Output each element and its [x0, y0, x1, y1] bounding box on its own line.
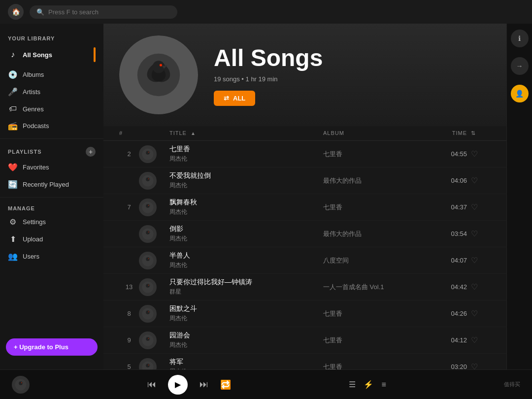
track-album: 最伟大的作品: [323, 176, 432, 185]
playlists-title: PLAYLISTS: [8, 149, 42, 155]
sidebar-item-upload[interactable]: ⬆ Upload: [0, 231, 103, 248]
logout-panel-button[interactable]: →: [511, 57, 529, 75]
track-album: 七里香: [323, 309, 432, 318]
sidebar-label-upload: Upload: [23, 235, 43, 243]
track-info: 园游会 周杰伦: [164, 331, 323, 349]
track-time: 04:07: [432, 257, 471, 264]
svg-point-5: [146, 151, 150, 155]
sidebar-item-genres[interactable]: 🏷 Genres: [0, 100, 103, 117]
sidebar-label-genres: Genres: [23, 105, 44, 113]
track-number: 5: [119, 363, 139, 369]
track-heart-button[interactable]: ♡: [471, 309, 491, 318]
artists-icon: 🎤: [8, 87, 18, 97]
sidebar-item-albums[interactable]: 💿 Albums: [0, 66, 103, 83]
svg-point-9: [148, 178, 149, 179]
album-header: All Songs 19 songs • 1 hr 19 min ⇄ ALL: [103, 24, 506, 126]
track-bird-icon: [142, 228, 154, 240]
track-number: 9: [119, 336, 139, 344]
track-info: 将军 周杰伦: [164, 358, 323, 369]
player-logo-area: [12, 376, 30, 394]
repeat-button[interactable]: 🔁: [220, 379, 231, 390]
track-info: 只要你过得比我好—钟镇涛 群星: [164, 278, 323, 296]
heart-icon: ❤️: [8, 163, 18, 172]
col-title[interactable]: TITLE ▲: [164, 130, 323, 136]
sidebar-label-all-songs: All Songs: [23, 51, 52, 59]
table-row[interactable]: 9 园游会 周杰伦 七里香 04:12 ♡: [103, 327, 506, 354]
track-heart-button[interactable]: ♡: [471, 256, 491, 265]
album-title: All Songs: [214, 44, 323, 71]
track-heart-button[interactable]: ♡: [471, 362, 491, 369]
svg-point-18: [148, 258, 149, 259]
track-artist: 群星: [169, 288, 323, 296]
table-row[interactable]: 7 飘舞春秋 周杰伦 七里香 04:37 ♡: [103, 194, 506, 221]
track-thumbnail: [139, 145, 157, 163]
user-panel-button[interactable]: 👤: [511, 85, 529, 102]
col-album: ALBUM: [323, 130, 432, 136]
track-time: 04:26: [432, 310, 471, 317]
track-heart-button[interactable]: ♡: [471, 229, 491, 238]
track-bird-icon: [142, 175, 154, 187]
svg-point-11: [146, 204, 150, 208]
svg-point-23: [146, 310, 150, 314]
search-input[interactable]: [48, 8, 170, 16]
player-bird-icon: [15, 379, 27, 391]
sidebar-item-favorites[interactable]: ❤️ Favorites: [0, 159, 103, 176]
track-time: 04:12: [432, 336, 471, 344]
equalizer-button[interactable]: ≡: [381, 380, 386, 389]
svg-point-21: [148, 285, 149, 285]
sidebar-item-artists[interactable]: 🎤 Artists: [0, 83, 103, 100]
play-pause-button[interactable]: ▶: [168, 375, 188, 395]
sidebar-item-all-songs[interactable]: ♪ All Songs: [0, 43, 103, 66]
table-row[interactable]: 5 将军 周杰伦 七里香 03:20 ♡: [103, 354, 506, 369]
svg-point-30: [148, 365, 149, 365]
track-heart-button[interactable]: ♡: [471, 149, 491, 159]
track-heart-button[interactable]: ♡: [471, 335, 491, 345]
track-name: 困默之斗: [169, 304, 323, 313]
track-heart-button[interactable]: ♡: [471, 202, 491, 212]
play-all-button[interactable]: ⇄ ALL: [214, 91, 255, 106]
track-bird-icon: [142, 201, 154, 213]
col-actions[interactable]: ⇅: [471, 130, 491, 136]
svg-point-3: [160, 65, 162, 66]
queue-button[interactable]: ☰: [349, 380, 356, 389]
branding-area: 值得买: [504, 381, 520, 388]
lightning-button[interactable]: ⚡: [364, 380, 373, 389]
track-info: 七里香 周杰伦: [164, 145, 323, 163]
sidebar-item-users[interactable]: 👥 Users: [0, 248, 103, 265]
svg-point-15: [148, 232, 149, 232]
table-row[interactable]: 13 只要你过得比我好—钟镇涛 群星 一人一首成名曲 Vol.1 04:42 ♡: [103, 274, 506, 300]
add-playlist-button[interactable]: +: [86, 147, 96, 157]
svg-point-6: [148, 152, 149, 152]
table-row[interactable]: 半兽人 周杰伦 八度空间 04:07 ♡: [103, 247, 506, 274]
table-row[interactable]: 8 困默之斗 周杰伦 七里香 04:26 ♡: [103, 300, 506, 327]
track-name: 倒影: [169, 225, 323, 233]
track-name: 只要你过得比我好—钟镇涛: [169, 278, 323, 287]
col-num: #: [119, 130, 139, 136]
sidebar-item-podcasts[interactable]: 📻 Podcasts: [0, 117, 103, 134]
sidebar-item-settings[interactable]: ⚙ Settings: [0, 213, 103, 231]
track-name: 七里香: [169, 145, 323, 154]
home-button[interactable]: 🏠: [8, 4, 24, 20]
table-row[interactable]: 2 七里香 周杰伦 七里香 04:55 ♡: [103, 141, 506, 167]
sidebar-item-recently-played[interactable]: 🔄 Recently Played: [0, 176, 103, 193]
track-album: 七里香: [323, 336, 432, 345]
track-thumbnail: [139, 225, 157, 243]
track-thumbnail: [139, 252, 157, 269]
info-panel-button[interactable]: ℹ: [511, 30, 529, 47]
next-button[interactable]: ⏭: [200, 379, 208, 390]
prev-button[interactable]: ⏮: [147, 379, 156, 390]
library-title: YOUR LIBRARY: [0, 32, 103, 43]
play-all-label: ALL: [233, 95, 245, 102]
album-info: All Songs 19 songs • 1 hr 19 min ⇄ ALL: [214, 44, 323, 106]
svg-point-8: [146, 177, 150, 181]
track-time: 04:42: [432, 283, 471, 291]
table-row[interactable]: 倒影 周杰伦 最伟大的作品 03:54 ♡: [103, 221, 506, 247]
track-album: 七里香: [323, 203, 432, 212]
table-row[interactable]: 不爱我就拉倒 周杰伦 最伟大的作品 04:06 ♡: [103, 167, 506, 194]
track-thumbnail: [139, 305, 157, 323]
track-heart-button[interactable]: ♡: [471, 282, 491, 292]
track-info: 飘舞春秋 周杰伦: [164, 198, 323, 216]
bird-logo: [136, 53, 181, 97]
upgrade-button[interactable]: + Upgrade to Plus: [6, 338, 98, 356]
track-heart-button[interactable]: ♡: [471, 176, 491, 185]
